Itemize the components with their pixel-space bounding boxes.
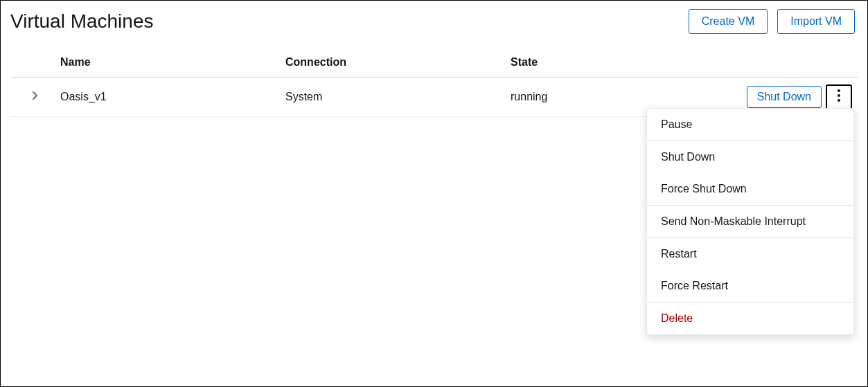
vm-table: Name Connection State Oasis_v1 System ru… bbox=[10, 48, 858, 117]
column-header-state: State bbox=[511, 56, 719, 69]
column-header-connection: Connection bbox=[285, 56, 511, 69]
dropdown-item-restart[interactable]: Restart bbox=[647, 237, 853, 270]
kebab-icon bbox=[838, 89, 840, 105]
import-vm-button[interactable]: Import VM bbox=[777, 9, 855, 34]
svg-point-2 bbox=[838, 99, 840, 102]
dropdown-item-force-restart[interactable]: Force Restart bbox=[647, 270, 853, 302]
expand-row-button[interactable] bbox=[10, 91, 60, 103]
table-header: Name Connection State bbox=[10, 48, 858, 78]
dropdown-item-pause[interactable]: Pause bbox=[647, 109, 853, 141]
column-header-name: Name bbox=[60, 56, 285, 69]
dropdown-item-force-shutdown[interactable]: Force Shut Down bbox=[647, 173, 853, 205]
chevron-right-icon bbox=[32, 91, 39, 103]
svg-point-0 bbox=[838, 89, 840, 92]
dropdown-item-delete[interactable]: Delete bbox=[647, 302, 853, 334]
svg-point-1 bbox=[838, 94, 840, 97]
dropdown-item-shutdown[interactable]: Shut Down bbox=[647, 141, 853, 173]
create-vm-button[interactable]: Create VM bbox=[689, 9, 768, 34]
shutdown-button[interactable]: Shut Down bbox=[747, 86, 822, 108]
row-actions-dropdown: Pause Shut Down Force Shut Down Send Non… bbox=[646, 108, 854, 335]
page-title: Virtual Machines bbox=[10, 10, 153, 33]
vm-name-cell: Oasis_v1 bbox=[60, 91, 285, 103]
row-actions-menu-button[interactable] bbox=[826, 84, 852, 109]
vm-state-cell: running bbox=[511, 91, 719, 103]
dropdown-item-nmi[interactable]: Send Non-Maskable Interrupt bbox=[647, 205, 853, 237]
vm-connection-cell: System bbox=[285, 91, 511, 103]
